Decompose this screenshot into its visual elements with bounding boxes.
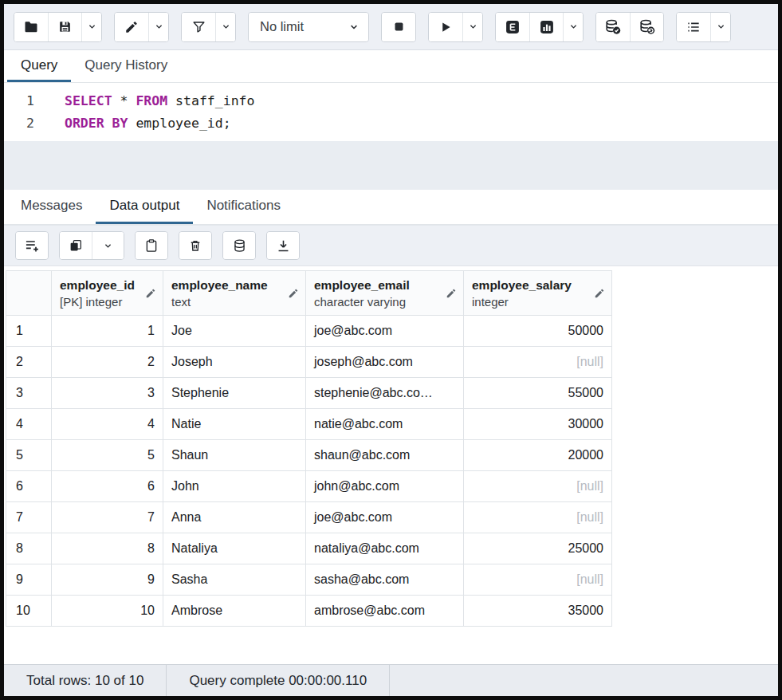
data-cell[interactable]: [null] [464,502,612,533]
data-cell[interactable]: 9 [52,564,163,596]
data-cell[interactable]: Shaun [163,440,306,471]
delete-row-button[interactable] [179,232,211,259]
data-cell[interactable]: 20000 [464,440,612,471]
edit-column-icon [446,288,457,299]
add-row-button[interactable] [16,232,48,259]
data-cell[interactable]: 2 [52,347,163,378]
row-number-cell[interactable]: 10 [6,596,52,627]
data-cell[interactable]: Joe [163,316,306,347]
filter-icon [191,19,206,34]
save-file-button[interactable] [48,13,81,41]
data-cell[interactable]: joe@abc.com [306,502,464,533]
column-header-employee-id[interactable]: employee_id [PK] integer [52,271,163,316]
column-name: employee_email [314,277,410,293]
data-cell[interactable]: Natie [163,409,306,440]
tab-query-history[interactable]: Query History [71,50,181,82]
corner-header-cell[interactable] [6,271,52,316]
data-cell[interactable]: [null] [464,347,612,378]
tab-messages[interactable]: Messages [7,190,96,224]
data-cell[interactable]: ambrose@abc.com [306,596,464,627]
add-row-icon [24,238,40,254]
table-row: 88Nataliyanataliya@abc.com25000 [6,533,612,564]
data-cell[interactable]: 8 [52,533,163,564]
filter-dropdown-button[interactable] [215,13,235,41]
data-cell[interactable]: john@abc.com [306,471,464,502]
data-cell[interactable]: 30000 [464,409,612,440]
macros-button[interactable] [677,13,710,41]
edit-button[interactable] [115,13,148,41]
row-number-cell[interactable]: 4 [6,409,52,440]
filter-button[interactable] [182,13,215,41]
limit-select-group: No limit [248,12,369,42]
data-cell[interactable]: 5 [52,440,163,471]
data-cell[interactable]: 50000 [464,316,612,347]
tab-data-output[interactable]: Data output [96,190,193,224]
data-cell[interactable]: 7 [52,502,163,533]
data-cell[interactable]: [null] [464,564,612,596]
execute-dropdown-button[interactable] [462,13,482,41]
copy-button[interactable] [60,232,92,259]
paste-button[interactable] [136,232,167,259]
tab-notifications[interactable]: Notifications [193,190,294,224]
save-data-changes-button[interactable] [223,232,255,259]
data-cell[interactable]: 1 [52,316,163,347]
row-limit-value: No limit [260,19,304,34]
data-cell[interactable]: Nataliya [163,533,306,564]
data-cell[interactable]: joe@abc.com [306,316,464,347]
data-cell[interactable]: stephenie@abc.co… [306,378,464,409]
data-cell[interactable]: [null] [464,471,612,502]
column-header-employee-salary[interactable]: employee_salary integer [464,271,612,316]
sql-code-area[interactable]: 1 SELECT * FROM staff_info 2 ORDER BY em… [4,83,778,141]
data-cell[interactable]: natie@abc.com [306,409,464,440]
rollback-button[interactable] [630,13,663,41]
data-cell[interactable]: 25000 [464,533,612,564]
download-results-button[interactable] [267,232,299,259]
row-number-cell[interactable]: 7 [6,502,52,533]
table-row: 22Josephjoseph@abc.com[null] [6,347,612,378]
data-cell[interactable]: Anna [163,502,306,533]
commit-button[interactable] [596,13,630,41]
column-header-employee-name[interactable]: employee_name text [163,271,306,316]
column-header-employee-email[interactable]: employee_email character varying [306,271,464,316]
edit-dropdown-button[interactable] [148,13,168,41]
data-cell[interactable]: Ambrose [163,596,306,627]
row-number-cell[interactable]: 8 [6,533,52,564]
explain-button[interactable] [496,13,529,41]
data-cell[interactable]: John [163,471,306,502]
data-cell[interactable]: 55000 [464,378,612,409]
sql-editor: 1 SELECT * FROM staff_info 2 ORDER BY em… [4,83,778,190]
data-cell[interactable]: Joseph [163,347,306,378]
open-file-button[interactable] [14,13,48,41]
save-dropdown-button[interactable] [81,13,101,41]
macros-dropdown-button[interactable] [710,13,730,41]
tab-query[interactable]: Query [7,50,71,82]
data-cell[interactable]: 4 [52,409,163,440]
row-number-cell[interactable]: 6 [6,471,52,502]
row-number-cell[interactable]: 3 [6,378,52,409]
data-cell[interactable]: 35000 [464,596,612,627]
data-cell[interactable]: joseph@abc.com [306,347,464,378]
data-cell[interactable]: nataliya@abc.com [306,533,464,564]
data-cell[interactable]: Stephenie [163,378,306,409]
column-header-text: employee_salary integer [472,277,572,309]
explain-dropdown-button[interactable] [563,13,583,41]
column-name: employee_name [171,277,268,293]
line-number: 1 [4,90,47,112]
editor-empty-area[interactable] [4,141,778,190]
copy-dropdown-button[interactable] [92,232,124,259]
row-number-cell[interactable]: 2 [6,347,52,378]
execute-button[interactable] [429,13,462,41]
row-number-cell[interactable]: 1 [6,316,52,347]
stop-button[interactable] [382,13,415,41]
data-cell[interactable]: 10 [52,596,163,627]
data-cell[interactable]: Sasha [163,564,306,596]
results-area: employee_id [PK] integer employee_name t… [4,266,778,664]
row-number-cell[interactable]: 9 [6,564,52,596]
data-cell[interactable]: sasha@abc.com [306,564,464,596]
row-limit-select[interactable]: No limit [249,13,368,41]
explain-analyze-button[interactable] [529,13,563,41]
data-cell[interactable]: shaun@abc.com [306,440,464,471]
data-cell[interactable]: 3 [52,378,163,409]
data-cell[interactable]: 6 [52,471,163,502]
row-number-cell[interactable]: 5 [6,440,52,471]
